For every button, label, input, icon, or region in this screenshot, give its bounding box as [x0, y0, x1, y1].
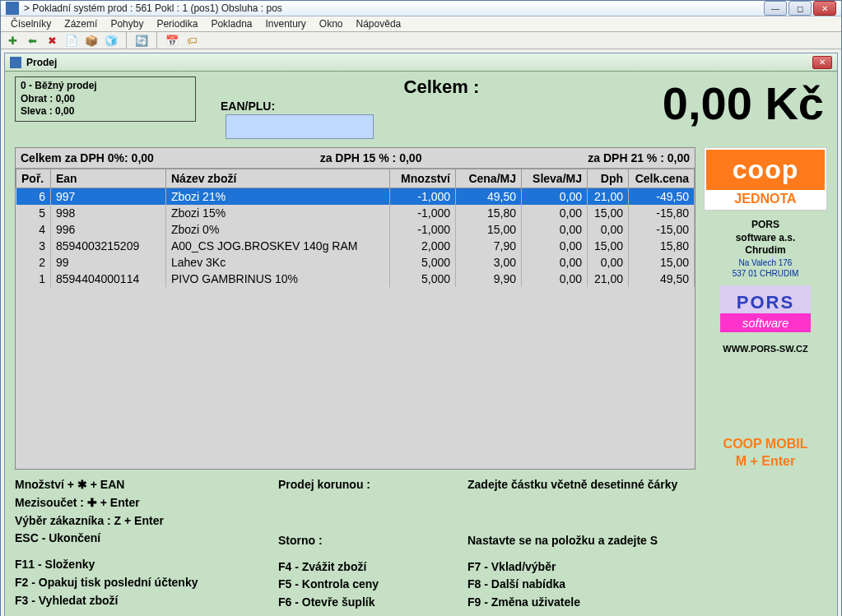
tool-add-icon[interactable]: ✚: [4, 32, 21, 49]
pors-name: PORS: [704, 219, 827, 232]
pors-addr2: 537 01 CHRUDIM: [704, 268, 827, 279]
coop-mobil-1: COOP MOBIL: [704, 436, 827, 453]
tool-refresh-icon[interactable]: 🔄: [133, 32, 150, 49]
col-nazev[interactable]: Název zboží: [166, 169, 390, 188]
sale-window: Prodej ✕ 0 - Běžný prodej Obrat : 0,00 S…: [4, 53, 838, 616]
maximize-button[interactable]: ◻: [789, 1, 812, 16]
coop-mobil-2: M + Enter: [704, 453, 827, 470]
coop-logo: coop JEDNOTA: [704, 147, 827, 211]
jednota-text: JEDNOTA: [706, 190, 825, 208]
menu-inventury[interactable]: Inventury: [258, 16, 312, 31]
ean-input[interactable]: [226, 114, 374, 139]
help-f6: F6 - Otevře šuplík: [278, 594, 468, 612]
dph0: Celkem za DPH 0%: 0,00: [21, 151, 154, 164]
main-window: > Pokladní systém prod : 561 Pokl : 1 (p…: [0, 0, 842, 616]
dph-summary: Celkem za DPH 0%: 0,00 za DPH 15 % : 0,0…: [16, 148, 695, 169]
pors-url: WWW.PORS-SW.CZ: [704, 344, 827, 354]
help-f7: F7 - Vklad/výběr: [468, 558, 677, 577]
tool-box-icon[interactable]: 📦: [83, 32, 100, 49]
pors-logo-1: PORS: [720, 292, 811, 313]
tool-tag-icon[interactable]: 🏷: [184, 32, 200, 49]
pors-logo-2: software: [720, 313, 811, 332]
close-button[interactable]: ✕: [813, 1, 836, 16]
title-bar: > Pokladní systém prod : 561 Pokl : 1 (p…: [1, 1, 841, 16]
sale-info-box: 0 - Běžný prodej Obrat : 0,00 Sleva : 0,…: [15, 76, 196, 122]
help-f4: F4 - Zvážit zboží: [278, 558, 468, 577]
col-dph[interactable]: Dph: [588, 169, 629, 188]
col-mnoz[interactable]: Mnozství: [390, 169, 456, 188]
menu-zazemi[interactable]: Zázemí: [58, 16, 104, 31]
col-ean[interactable]: Ean: [51, 169, 166, 188]
sale-titlebar: Prodej ✕: [5, 53, 837, 72]
tool-calendar-icon[interactable]: 📅: [164, 32, 180, 49]
dph21: za DPH 21 % : 0,00: [588, 151, 690, 164]
info-sleva: Sleva : 0,00: [21, 105, 74, 117]
tool-doc-icon[interactable]: 📄: [63, 32, 80, 49]
help-vyber-zak: Výběr zákazníka : Z + Enter: [15, 512, 278, 530]
minimize-button[interactable]: —: [764, 1, 787, 16]
ean-label: EAN/PLU:: [221, 100, 275, 113]
table-row[interactable]: 6997Zbozi 21%-1,00049,500,0021,00-49,50: [16, 188, 695, 206]
tool-cubes-icon[interactable]: 🧊: [103, 32, 119, 49]
pors-logo: PORS software: [720, 285, 811, 332]
col-por[interactable]: Poř.: [16, 169, 51, 188]
help-f9: F9 - Změna uživatele: [468, 594, 677, 612]
help-f2: F2 - Opakuj tisk poslední účtenky: [15, 574, 278, 592]
menu-periodika[interactable]: Periodika: [150, 16, 204, 31]
help-mnozstvi: Množství + ✱ + EAN: [15, 476, 278, 494]
help-area: Množství + ✱ + EAN Mezisoučet : ✚ + Ente…: [15, 476, 827, 611]
tool-back-icon[interactable]: ⬅: [24, 32, 40, 49]
items-grid: Celkem za DPH 0%: 0,00 za DPH 15 % : 0,0…: [15, 147, 695, 470]
menu-okno[interactable]: Okno: [313, 16, 350, 31]
dph15: za DPH 15 % : 0,00: [154, 151, 588, 164]
table-row[interactable]: 5998Zbozi 15%-1,00015,800,0015,00-15,80: [16, 205, 695, 221]
side-panel: coop JEDNOTA PORS software a.s. Chrudim …: [695, 147, 827, 470]
table-row[interactable]: 18594404000114PIVO GAMBRINUS 10%5,0009,9…: [16, 271, 695, 287]
table-row[interactable]: 4996Zbozi 0%-1,00015,000,000,00-15,00: [16, 221, 695, 238]
help-storno-val: Nastavte se na položku a zadejte S: [468, 532, 677, 550]
pors-info: PORS software a.s. Chrudim Na Valech 176…: [704, 219, 827, 279]
col-cena[interactable]: Cena/MJ: [456, 169, 522, 188]
pors-sub: software a.s.: [704, 232, 827, 245]
celkem-label: Celkem :: [221, 76, 663, 98]
help-mezisoucet: Mezisoučet : ✚ + Enter: [15, 494, 278, 512]
help-pk-label: Prodej korunou :: [278, 476, 468, 494]
help-storno-label: Storno :: [278, 532, 468, 550]
sale-close-button[interactable]: ✕: [812, 56, 832, 69]
window-title: > Pokladní systém prod : 561 Pokl : 1 (p…: [24, 2, 764, 14]
help-f5: F5 - Kontrola ceny: [278, 576, 468, 594]
menu-bar: Číselníky Zázemí Pohyby Periodika Poklad…: [1, 16, 841, 32]
info-obrat: Obrat : 0,00: [21, 93, 75, 104]
info-mode: 0 - Běžný prodej: [21, 80, 97, 91]
help-f3: F3 - Vyhledat zboží: [15, 592, 278, 610]
coop-mobil: COOP MOBIL M + Enter: [704, 436, 827, 470]
col-sleva[interactable]: Sleva/MJ: [522, 169, 588, 188]
help-esc: ESC - Ukončení: [15, 530, 278, 548]
app-icon: [6, 2, 19, 15]
table-row[interactable]: 299Lahev 3Kc5,0003,000,000,0015,00: [16, 254, 695, 271]
help-pk-val: Zadejte částku včetně desetinné čárky: [468, 476, 677, 494]
pors-addr1: Na Valech 176: [704, 257, 827, 268]
help-f8: F8 - Další nabídka: [468, 576, 677, 594]
menu-napoveda[interactable]: Nápověda: [350, 16, 408, 31]
sale-title: Prodej: [26, 57, 812, 68]
help-f11: F11 - Složenky: [15, 556, 278, 574]
menu-pohyby[interactable]: Pohyby: [104, 16, 150, 31]
toolbar: ✚ ⬅ ✖ 📄 📦 🧊 🔄 📅 🏷: [1, 32, 841, 49]
tool-delete-icon[interactable]: ✖: [44, 32, 60, 49]
sale-icon: [10, 57, 21, 68]
table-row[interactable]: 38594003215209A00_CS JOG.BROSKEV 140g RA…: [16, 238, 695, 254]
total-amount: 0,00 Kč: [663, 76, 827, 130]
items-table[interactable]: Poř. Ean Název zboží Mnozství Cena/MJ Sl…: [16, 169, 695, 287]
col-celk[interactable]: Celk.cena: [629, 169, 695, 188]
menu-pokladna[interactable]: Pokladna: [204, 16, 258, 31]
menu-ciselniky[interactable]: Číselníky: [4, 16, 58, 31]
pors-city: Chrudim: [704, 244, 827, 257]
coop-text: coop: [706, 150, 825, 190]
